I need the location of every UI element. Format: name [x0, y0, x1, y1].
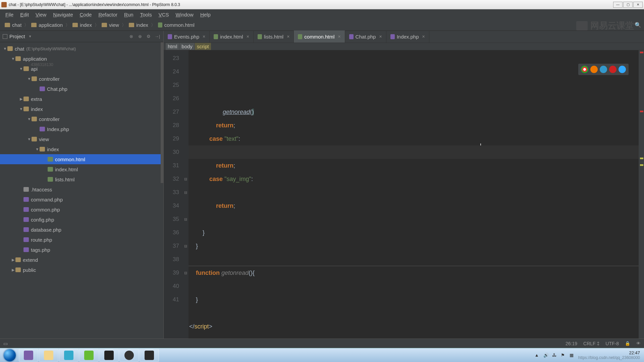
tab-common-html[interactable]: common.html× — [294, 31, 345, 43]
menu-refactor[interactable]: Refactor — [95, 10, 121, 19]
tree-arrow-icon[interactable] — [11, 258, 15, 262]
breadcrumb-item[interactable]: index — [127, 21, 150, 29]
line-number[interactable]: 35 — [164, 213, 182, 226]
line-number[interactable]: 27 — [164, 105, 182, 119]
breadcrumb-item[interactable]: view — [100, 21, 121, 29]
tab-index-html[interactable]: index.html× — [210, 31, 254, 43]
hide-icon[interactable]: →| — [154, 33, 161, 40]
tray-ime-icon[interactable]: ▦ — [570, 353, 575, 358]
chrome-icon[interactable] — [581, 66, 588, 73]
taskbar-app-terminal[interactable] — [99, 349, 119, 362]
project-tree[interactable]: 4386318130 chat(E:\phpStudy\WWW\chat)app… — [0, 42, 163, 348]
tree-node-index[interactable]: index — [0, 144, 163, 154]
line-number[interactable]: 30 — [164, 145, 182, 159]
line-number[interactable]: 41 — [164, 293, 182, 306]
tree-arrow-icon[interactable] — [35, 147, 40, 151]
tray-flag-icon[interactable]: ⚑ — [561, 353, 566, 358]
taskbar-app-green[interactable] — [79, 349, 99, 362]
line-separator[interactable]: CRLF ‡ — [583, 341, 599, 346]
tree-node-public[interactable]: public — [0, 265, 163, 275]
code-content[interactable]: getnoread() return; case "text": return;… — [189, 50, 639, 360]
structure-crumb-body[interactable]: body — [179, 43, 195, 50]
line-number[interactable]: 40 — [164, 280, 182, 293]
taskbar-clock[interactable]: 22:47 https://blog.csdn.net/qq_23608000 — [578, 350, 640, 360]
tab-close-icon[interactable]: × — [287, 34, 289, 39]
fold-handle[interactable]: ⊟ — [182, 172, 189, 186]
close-button[interactable]: ✕ — [633, 2, 643, 8]
line-number[interactable]: 28 — [164, 119, 182, 132]
menu-navigate[interactable]: Navigate — [50, 10, 76, 19]
structure-crumb-script[interactable]: script — [195, 43, 211, 50]
line-number[interactable]: 39 — [164, 266, 182, 280]
file-encoding[interactable]: UTF-8 — [605, 341, 619, 346]
error-marker[interactable] — [640, 52, 643, 53]
readonly-lock-icon[interactable]: 🔒 — [625, 341, 630, 346]
tree-arrow-icon[interactable] — [19, 97, 23, 101]
start-button[interactable] — [1, 349, 18, 362]
tree-arrow-icon[interactable] — [19, 67, 23, 71]
tree-arrow-icon[interactable] — [27, 77, 32, 81]
line-number[interactable]: 25 — [164, 78, 182, 92]
taskbar-app-ie[interactable] — [59, 349, 78, 362]
tab-events-php[interactable]: Events.php× — [164, 31, 210, 43]
tray-network-icon[interactable]: 🖧 — [552, 353, 557, 358]
tree-node-common-php[interactable]: common.php — [0, 204, 163, 215]
tree-node-extend[interactable]: extend — [0, 255, 163, 265]
tree-arrow-icon[interactable] — [3, 47, 7, 51]
code-line[interactable] — [189, 306, 639, 320]
tree-node-application[interactable]: application — [0, 54, 163, 64]
breadcrumb-item[interactable]: chat — [3, 21, 23, 29]
ie-icon[interactable] — [619, 66, 626, 73]
error-marker[interactable] — [640, 111, 643, 112]
line-number[interactable]: 33 — [164, 186, 182, 199]
code-line[interactable]: } — [189, 239, 639, 253]
breadcrumb-item[interactable]: index — [70, 21, 94, 29]
minimize-button[interactable]: ― — [613, 2, 623, 8]
taskbar-app-explorer[interactable] — [39, 349, 58, 362]
menu-code[interactable]: Code — [76, 10, 95, 19]
tree-node-database-php[interactable]: database.php — [0, 225, 163, 235]
code-line[interactable] — [189, 280, 639, 293]
safari-icon[interactable] — [600, 66, 607, 73]
locate-icon[interactable]: ⊕ — [137, 33, 143, 40]
taskbar-app-dark2[interactable] — [140, 349, 159, 362]
tree-arrow-icon[interactable] — [27, 137, 32, 141]
menu-edit[interactable]: Edit — [17, 10, 32, 19]
breadcrumb-item[interactable]: application — [29, 21, 65, 29]
menu-run[interactable]: Run — [121, 10, 137, 19]
tree-node-api[interactable]: api — [0, 64, 163, 74]
code-line[interactable]: </script> — [189, 320, 639, 333]
code-line[interactable]: return; — [189, 159, 639, 172]
inspections-icon[interactable]: 👁 — [636, 341, 641, 346]
warning-marker[interactable] — [640, 158, 643, 159]
fold-handle[interactable]: ⊟ — [182, 186, 189, 199]
line-number[interactable]: 38 — [164, 253, 182, 266]
taskbar-app-obs[interactable] — [119, 349, 139, 362]
line-number[interactable]: 23 — [164, 52, 182, 65]
collapse-all-icon[interactable]: ⊗ — [128, 33, 135, 40]
tab-close-icon[interactable]: × — [379, 34, 382, 39]
code-editor[interactable]: 23242526272829303132333435363738394041 ⊟… — [164, 50, 644, 360]
tree-node-chat[interactable]: chat(E:\phpStudy\WWW\chat) — [0, 44, 163, 54]
menu-vcs[interactable]: VCS — [155, 10, 172, 19]
tab-lists-html[interactable]: lists.html× — [254, 31, 294, 43]
tree-node-index-html[interactable]: index.html — [0, 164, 163, 174]
menu-view[interactable]: View — [32, 10, 50, 19]
tree-arrow-icon[interactable] — [11, 57, 15, 61]
menu-help[interactable]: Help — [197, 10, 214, 19]
tree-node-lists-html[interactable]: lists.html — [0, 174, 163, 184]
code-line[interactable] — [189, 253, 639, 266]
error-strip[interactable] — [639, 50, 644, 360]
tree-node-config-php[interactable]: config.php — [0, 215, 163, 225]
code-line[interactable]: getnoread() — [189, 105, 639, 119]
line-number[interactable]: 34 — [164, 199, 182, 213]
tab-chat-php[interactable]: Chat.php× — [345, 31, 386, 43]
menu-file[interactable]: File — [2, 10, 17, 19]
tree-arrow-icon[interactable] — [27, 117, 32, 121]
code-line[interactable]: case "text": — [189, 132, 639, 145]
project-label[interactable]: Project ▼ — [3, 34, 32, 39]
tab-close-icon[interactable]: × — [203, 34, 205, 39]
tree-arrow-icon[interactable] — [19, 107, 23, 111]
structure-crumb-html[interactable]: html — [166, 43, 179, 50]
tray-chevron-icon[interactable]: ▲ — [535, 353, 540, 358]
